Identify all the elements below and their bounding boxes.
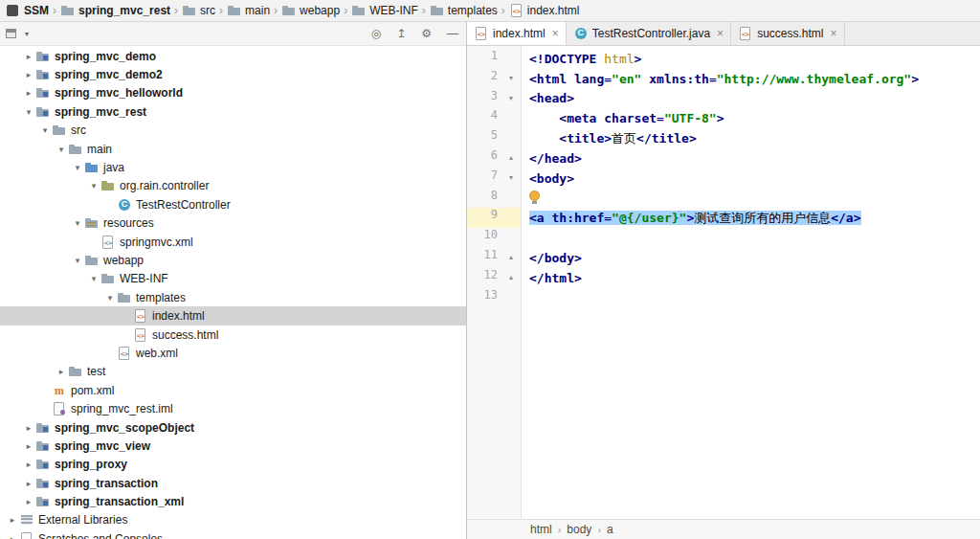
code-line-6[interactable]: 6▴</head>	[467, 148, 980, 168]
tree-item-spring-mvc-rest-iml[interactable]: spring_mvc_rest.iml	[0, 399, 466, 417]
code-line-7[interactable]: 7▾<body>	[467, 168, 980, 189]
line-number: 5	[467, 128, 501, 148]
nav-item-main[interactable]: main	[225, 3, 272, 18]
breadcrumb-separator-icon: ›	[272, 4, 279, 17]
tree-item-spring-proxy[interactable]: ▸spring_proxy	[0, 456, 466, 474]
code-line-13[interactable]: 13	[467, 288, 980, 308]
breadcrumb-separator-icon: ›	[558, 524, 562, 535]
tree-item-springmvc-xml[interactable]: springmvc.xml	[0, 233, 466, 251]
code-line-3[interactable]: 3▾<head>	[467, 89, 980, 109]
hide-panel-icon[interactable]: —	[447, 28, 458, 39]
code-line-5[interactable]: 5 <title>首页</title>	[467, 128, 980, 148]
chevron-expanded-icon[interactable]: ▾	[22, 107, 35, 117]
chevron-collapsed-icon[interactable]: ▸	[22, 52, 35, 61]
tree-item-java[interactable]: ▾java	[0, 158, 466, 176]
close-icon[interactable]: ×	[717, 28, 724, 39]
tree-item-webapp[interactable]: ▾webapp	[0, 251, 466, 269]
tree-item-scratches-and-consoles[interactable]: ▸Scratches and Consoles	[0, 529, 466, 539]
chevron-expanded-icon[interactable]: ▾	[87, 181, 100, 191]
tree-item-org-rain-controller[interactable]: ▾org.rain.controller	[0, 177, 466, 195]
tree-item-web-inf[interactable]: ▾WEB-INF	[0, 270, 466, 288]
code-line-2[interactable]: 2▾<html lang="en" xmlns:th="http://www.t…	[467, 69, 980, 89]
tool-window-icon	[6, 29, 16, 38]
nav-item-ssm[interactable]: SSM	[4, 3, 51, 18]
intention-bulb-icon[interactable]	[529, 191, 540, 204]
tree-item-success-html[interactable]: success.html	[0, 326, 466, 344]
tree-item-main[interactable]: ▾main	[0, 140, 466, 158]
nav-item-templates[interactable]: templates	[428, 3, 500, 18]
chevron-expanded-icon[interactable]: ▾	[71, 218, 84, 228]
chevron-expanded-icon[interactable]: ▾	[71, 256, 84, 265]
close-icon[interactable]: ×	[552, 28, 559, 39]
chevron-expanded-icon[interactable]: ▾	[38, 125, 52, 135]
fold-down-icon[interactable]: ▾	[501, 168, 521, 189]
chevron-collapsed-icon[interactable]: ▸	[22, 441, 35, 451]
tree-item-spring-mvc-helloworld[interactable]: ▸spring_mvc_helloworld	[0, 84, 466, 102]
chevron-collapsed-icon[interactable]: ▸	[55, 367, 68, 376]
chevron-collapsed-icon[interactable]: ▸	[22, 479, 35, 488]
tree-item-spring-mvc-scopeobject[interactable]: ▸spring_mvc_scopeObject	[0, 418, 466, 437]
nav-item-src[interactable]: src	[180, 3, 217, 18]
tab-testrestcontroller-java[interactable]: TestRestController.java×	[567, 22, 731, 45]
code-line-10[interactable]: 10	[467, 228, 980, 248]
code-line-12[interactable]: 12▴</html>	[467, 268, 980, 288]
chevron-collapsed-icon[interactable]: ▸	[22, 460, 35, 469]
fold-down-icon[interactable]: ▾	[501, 69, 521, 89]
settings-icon[interactable]: ⚙	[421, 28, 432, 39]
fold-down-icon[interactable]: ▾	[501, 89, 521, 109]
tree-item-spring-mvc-demo2[interactable]: ▸spring_mvc_demo2	[0, 65, 466, 83]
tree-item-spring-mvc-demo[interactable]: ▸spring_mvc_demo	[0, 47, 466, 65]
tree-item-index-html[interactable]: index.html	[0, 306, 466, 325]
tree-item-spring-transaction[interactable]: ▸spring_transaction	[0, 474, 466, 492]
code-line-4[interactable]: 4 <meta charset="UTF-8">	[467, 108, 980, 128]
tree-item-resources[interactable]: ▾resources	[0, 214, 466, 233]
fold-up-icon[interactable]: ▴	[501, 148, 521, 168]
chevron-collapsed-icon[interactable]: ▸	[6, 515, 19, 525]
tree-item-testrestcontroller[interactable]: TestRestController	[0, 195, 466, 213]
chevron-collapsed-icon[interactable]: ▸	[22, 423, 35, 433]
nav-item-web-inf[interactable]: WEB-INF	[349, 3, 420, 18]
tab-index-html[interactable]: index.html×	[467, 22, 567, 45]
class-icon	[117, 197, 132, 213]
chevron-down-icon[interactable]: ▾	[25, 30, 29, 38]
chevron-collapsed-icon[interactable]: ▸	[22, 88, 35, 98]
tree-item-src[interactable]: ▾src	[0, 122, 466, 140]
code-line-9[interactable]: 9<a th:href="@{/user}">测试查询所有的用户信息</a>	[467, 208, 980, 228]
breadcrumb-item-body[interactable]: body	[567, 523, 591, 536]
tree-item-label: index.html	[152, 309, 205, 323]
editor-body[interactable]: 1<!DOCTYPE html>2▾<html lang="en" xmlns:…	[467, 46, 980, 519]
code-line-11[interactable]: 11▴</body>	[467, 248, 980, 268]
locate-icon[interactable]: ◎	[371, 28, 381, 39]
collapse-all-icon[interactable]: ↥	[396, 28, 406, 39]
code-text: <title>首页</title>	[529, 130, 697, 147]
chevron-expanded-icon[interactable]: ▾	[87, 274, 100, 283]
tree-item-spring-transaction-xml[interactable]: ▸spring_transaction_xml	[0, 492, 466, 510]
code-token: =	[604, 72, 612, 86]
tree-item-spring-mvc-rest[interactable]: ▾spring_mvc_rest	[0, 102, 466, 121]
chevron-collapsed-icon[interactable]: ▸	[22, 497, 35, 506]
fold-up-icon[interactable]: ▴	[501, 248, 521, 268]
fold-up-icon[interactable]: ▴	[501, 268, 521, 288]
close-icon[interactable]: ×	[830, 28, 836, 39]
tab-success-html[interactable]: success.html×	[731, 22, 844, 45]
chevron-expanded-icon[interactable]: ▾	[55, 145, 68, 154]
tree-item-spring-mvc-view[interactable]: ▸spring_mvc_view	[0, 437, 466, 455]
nav-item-webapp[interactable]: webapp	[279, 3, 342, 18]
tree-item-pom-xml[interactable]: pom.xml	[0, 381, 466, 399]
tree-item-external-libraries[interactable]: ▸External Libraries	[0, 511, 466, 529]
breadcrumb-item-a[interactable]: a	[607, 523, 613, 536]
chevron-collapsed-icon[interactable]: ▸	[22, 70, 35, 79]
tree-item-templates[interactable]: ▾templates	[0, 288, 466, 306]
tab-label: TestRestController.java	[592, 27, 710, 40]
tree-item-web-xml[interactable]: web.xml	[0, 344, 466, 362]
chevron-expanded-icon[interactable]: ▾	[103, 293, 117, 303]
chevron-collapsed-icon[interactable]: ▸	[6, 534, 19, 539]
nav-item-spring-mvc-rest[interactable]: spring_mvc_rest	[58, 3, 172, 18]
breadcrumb-item-html[interactable]: html	[530, 523, 552, 536]
code-line-8[interactable]: 8	[467, 189, 980, 209]
resources-folder-icon	[84, 215, 100, 231]
chevron-expanded-icon[interactable]: ▾	[71, 163, 84, 172]
tree-item-test[interactable]: ▸test	[0, 363, 466, 381]
code-line-1[interactable]: 1<!DOCTYPE html>	[467, 49, 980, 69]
nav-item-index-html[interactable]: index.html	[507, 3, 582, 18]
